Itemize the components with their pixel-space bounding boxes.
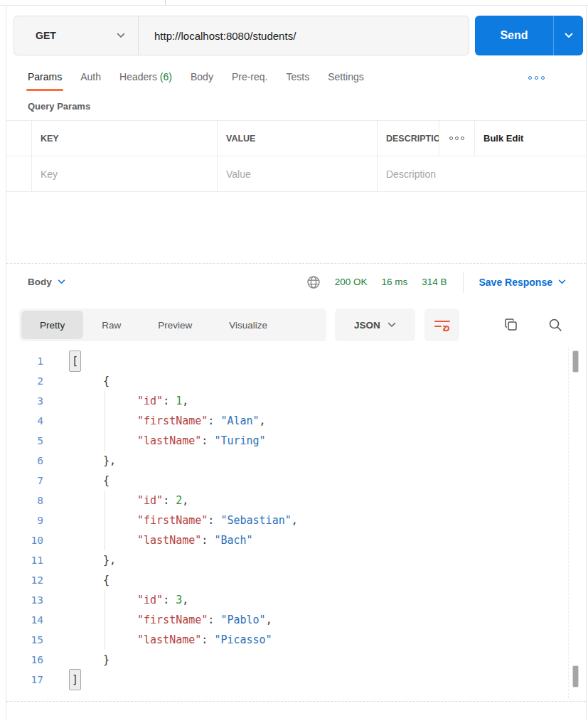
divider <box>463 272 464 293</box>
tab-auth-label: Auth <box>80 71 101 82</box>
response-body-label: Body <box>28 277 52 287</box>
key-input[interactable] <box>41 168 208 180</box>
line-content: [ <box>69 351 81 371</box>
format-select[interactable]: JSON <box>335 309 415 341</box>
line-number: 9 <box>8 510 43 530</box>
tab-settings-label: Settings <box>328 71 364 82</box>
line-content: "lastName": "Turing" <box>69 431 266 451</box>
code-line: 5"lastName": "Turing" <box>8 431 586 451</box>
line-number: 14 <box>8 610 43 630</box>
line-number: 2 <box>8 371 43 391</box>
indent-guide <box>105 411 105 431</box>
copy-response-button[interactable] <box>501 314 522 336</box>
description-input[interactable] <box>386 168 577 180</box>
globe-icon[interactable] <box>306 275 321 289</box>
search-response-button[interactable] <box>545 314 566 336</box>
tab-headers[interactable]: Headers (6) <box>119 71 172 91</box>
code-line: 13"id": 3, <box>8 590 586 610</box>
view-tab-visualize[interactable]: Visualize <box>210 311 286 339</box>
scrollbar-mark-bottom[interactable] <box>572 665 579 687</box>
line-number: 7 <box>8 471 43 491</box>
tab-params[interactable]: Params <box>28 71 62 91</box>
code-lines: 1[2{3"id": 1,4"firstName": "Alan",5"last… <box>8 351 586 690</box>
line-number: 16 <box>8 650 43 670</box>
line-number: 4 <box>8 411 43 431</box>
response-view-tabs: Pretty Raw Preview Visualize <box>19 309 326 341</box>
send-button[interactable]: Send <box>475 16 583 55</box>
line-number: 15 <box>8 630 43 650</box>
tab-pre-request-label: Pre-req. <box>232 71 268 82</box>
line-number: 1 <box>8 351 43 371</box>
query-params-header-row: KEY VALUE DESCRIPTION Bulk Edit <box>6 121 586 156</box>
dot <box>455 136 459 140</box>
request-response-panel: GET Send Params Auth Headers (6) Body Pr… <box>6 6 587 719</box>
chevron-down-icon <box>58 279 65 284</box>
row-select-cell[interactable] <box>6 156 32 191</box>
code-line: 16} <box>8 650 586 670</box>
bulk-edit-button[interactable]: Bulk Edit <box>475 121 586 156</box>
dot <box>528 76 532 80</box>
line-number: 8 <box>8 491 43 510</box>
line-content: "firstName": "Sebastian", <box>69 510 298 530</box>
line-content: }, <box>69 550 116 570</box>
search-icon <box>548 318 562 332</box>
code-line: 6}, <box>8 451 586 471</box>
status-code[interactable]: 200 OK <box>335 277 368 287</box>
more-tabs-icon[interactable] <box>528 76 573 87</box>
view-tab-pretty[interactable]: Pretty <box>21 311 83 339</box>
wrap-text-button[interactable] <box>424 309 459 341</box>
response-meta-bar: Body 200 OK 16 ms 314 B Save Response <box>6 263 586 300</box>
method-select[interactable]: GET <box>14 16 139 55</box>
url-input[interactable] <box>139 16 469 55</box>
dot <box>535 76 538 80</box>
indent-guide <box>105 530 105 550</box>
chevron-down-icon <box>558 279 566 284</box>
response-size[interactable]: 314 B <box>422 277 447 287</box>
line-number: 3 <box>8 391 43 411</box>
value-input[interactable] <box>226 168 368 180</box>
line-content: } <box>69 650 109 670</box>
url-row: GET Send <box>6 6 586 55</box>
code-line: 12{ <box>8 570 586 590</box>
query-params-input-row <box>6 156 586 192</box>
view-tab-preview[interactable]: Preview <box>139 311 210 339</box>
column-options-icon[interactable] <box>439 121 475 156</box>
chevron-down-icon <box>117 33 125 38</box>
query-params-title: Query Params <box>6 91 586 120</box>
code-line: 4"firstName": "Alan", <box>8 411 586 431</box>
code-line: 14"firstName": "Pablo", <box>8 610 586 630</box>
headers-count-badge: (6) <box>160 71 172 82</box>
tab-tests[interactable]: Tests <box>286 71 309 91</box>
tab-body-label: Body <box>191 71 213 82</box>
indent-guide <box>105 590 105 610</box>
copy-icon <box>504 318 518 332</box>
query-params-table: KEY VALUE DESCRIPTION Bulk Edit <box>6 120 586 192</box>
tab-settings[interactable]: Settings <box>328 71 364 91</box>
line-content: { <box>69 371 109 391</box>
code-line: 3"id": 1, <box>8 391 586 411</box>
tab-body[interactable]: Body <box>191 71 213 91</box>
send-options-button[interactable] <box>553 16 583 55</box>
tab-tests-label: Tests <box>286 71 309 82</box>
dot <box>541 76 545 80</box>
line-number: 11 <box>8 550 43 570</box>
send-label[interactable]: Send <box>475 16 553 55</box>
code-line: 1[ <box>8 351 586 371</box>
line-number: 17 <box>8 670 43 690</box>
save-response-button[interactable]: Save Response <box>479 277 567 288</box>
response-body-editor[interactable]: 1[2{3"id": 1,4"firstName": "Alan",5"last… <box>6 347 586 702</box>
tab-divider-tick <box>165 0 166 5</box>
response-body-dropdown[interactable]: Body <box>28 277 65 287</box>
column-description: DESCRIPTION <box>378 121 439 156</box>
scrollbar-mark-top[interactable] <box>572 350 579 373</box>
dot <box>461 136 464 140</box>
tab-auth[interactable]: Auth <box>80 71 101 91</box>
scrollbar-track <box>568 348 569 698</box>
code-line: 7{ <box>8 471 586 491</box>
line-content: ] <box>69 670 81 690</box>
select-all-cell[interactable] <box>6 121 32 156</box>
response-time[interactable]: 16 ms <box>381 277 407 287</box>
indent-guide <box>105 510 105 530</box>
view-tab-raw[interactable]: Raw <box>83 311 139 339</box>
tab-pre-request[interactable]: Pre-req. <box>232 71 268 91</box>
